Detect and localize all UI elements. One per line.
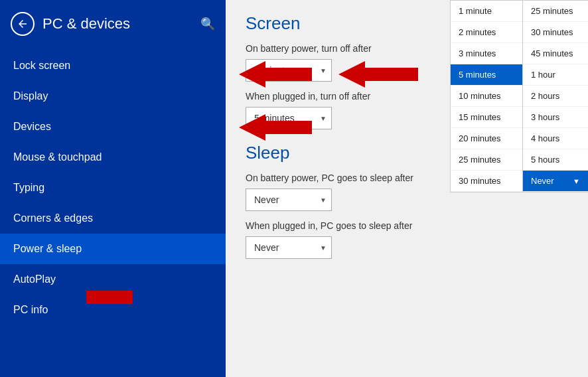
list-item-1hr[interactable]: 1 hour — [523, 64, 588, 86]
sleep-battery-dropdown-wrapper: Never 5 minutes 10 minutes 15 minutes — [246, 188, 332, 211]
list-item-25min[interactable]: 25 minutes — [451, 149, 522, 171]
battery-screen-dropdown-wrapper: 1 minute 2 minutes 3 minutes 5 minutes 1… — [246, 59, 332, 82]
list-item-15min[interactable]: 15 minutes — [451, 107, 522, 128]
list-item-4hr[interactable]: 4 hours — [523, 128, 588, 149]
list-item-3hr[interactable]: 3 hours — [523, 107, 588, 128]
chevron-down-icon: ▼ — [573, 177, 580, 185]
sleep-plugged-dropdown-wrapper: Never 5 minutes 10 minutes 15 minutes — [246, 236, 332, 259]
list-item-2hr[interactable]: 2 hours — [523, 86, 588, 107]
list-item-20min[interactable]: 20 minutes — [451, 128, 522, 149]
sidebar-item-devices[interactable]: Devices — [0, 112, 226, 142]
list-item-30min-col2[interactable]: 30 minutes — [523, 22, 588, 43]
sidebar-title: PC & devices — [42, 15, 130, 33]
sidebar-item-corners-edges[interactable]: Corners & edges — [0, 203, 226, 234]
sidebar-item-display[interactable]: Display — [0, 81, 226, 112]
plugged-screen-dropdown-wrapper: 1 minute 2 minutes 3 minutes 5 minutes 1… — [246, 107, 332, 129]
back-icon — [17, 18, 29, 30]
list-item-5min[interactable]: 5 minutes — [451, 64, 522, 86]
list-item-never[interactable]: Never ▼ — [523, 171, 588, 192]
list-item-25min-col2[interactable]: 25 minutes — [523, 1, 588, 22]
sidebar-item-power-sleep[interactable]: Power & sleep — [0, 234, 226, 264]
list-item-10min[interactable]: 10 minutes — [451, 86, 522, 107]
battery-screen-dropdown[interactable]: 1 minute 2 minutes 3 minutes 5 minutes 1… — [246, 59, 332, 82]
nav-items: Lock screen Display Devices Mouse & touc… — [0, 50, 226, 325]
dropdown-list-col2: 25 minutes 30 minutes 45 minutes 1 hour … — [522, 0, 588, 192]
sleep-plugged-row: Never 5 minutes 10 minutes 15 minutes — [246, 236, 568, 259]
sidebar: PC & devices 🔍 Lock screen Display Devic… — [0, 0, 226, 377]
plugged-screen-dropdown[interactable]: 1 minute 2 minutes 3 minutes 5 minutes 1… — [246, 107, 332, 129]
sidebar-item-pc-info[interactable]: PC info — [0, 295, 226, 325]
sleep-plugged-label: When plugged in, PC goes to sleep after — [246, 220, 568, 231]
sidebar-item-autoplay[interactable]: AutoPlay — [0, 264, 226, 295]
sidebar-item-typing[interactable]: Typing — [0, 173, 226, 203]
list-item-3min[interactable]: 3 minutes — [451, 43, 522, 64]
back-button[interactable] — [11, 12, 35, 36]
sidebar-item-mouse-touchpad[interactable]: Mouse & touchpad — [0, 142, 226, 173]
search-button[interactable]: 🔍 — [200, 17, 215, 31]
list-item-45min-col2[interactable]: 45 minutes — [523, 43, 588, 64]
list-item-5hr[interactable]: 5 hours — [523, 149, 588, 171]
list-item-1min[interactable]: 1 minute — [451, 1, 522, 22]
sidebar-header: PC & devices 🔍 — [0, 0, 226, 45]
sleep-battery-dropdown[interactable]: Never 5 minutes 10 minutes 15 minutes — [246, 188, 332, 211]
dropdown-list-col1: 1 minute 2 minutes 3 minutes 5 minutes 1… — [450, 0, 523, 192]
list-item-2min[interactable]: 2 minutes — [451, 22, 522, 43]
sidebar-item-lock-screen[interactable]: Lock screen — [0, 50, 226, 81]
sleep-plugged-dropdown[interactable]: Never 5 minutes 10 minutes 15 minutes — [246, 236, 332, 259]
list-item-30min[interactable]: 30 minutes — [451, 171, 522, 192]
